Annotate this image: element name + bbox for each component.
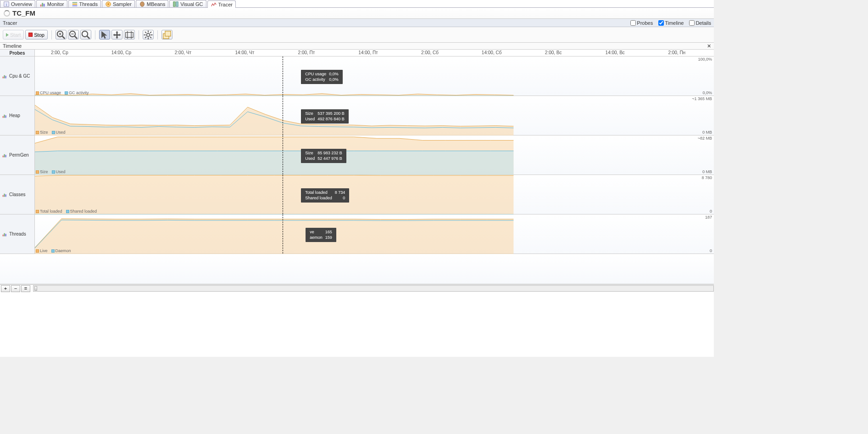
section-name: Tracer bbox=[3, 20, 17, 26]
cursor-line bbox=[283, 135, 283, 175]
tab-monitor[interactable]: Monitor bbox=[36, 0, 67, 7]
timeline-title: Timeline bbox=[3, 43, 22, 49]
zoom-fit-button[interactable] bbox=[80, 30, 91, 39]
track-chart[interactable]: 8 7800Total loadedShared loadedTotal loa… bbox=[35, 175, 714, 214]
tick-label: 2:00, Чт bbox=[175, 50, 191, 55]
svg-rect-49 bbox=[4, 233, 5, 236]
chart-icon bbox=[2, 192, 7, 197]
probe-name: PermGen bbox=[9, 152, 29, 158]
svg-rect-3 bbox=[42, 3, 43, 6]
probe-label[interactable]: Classes bbox=[0, 175, 35, 214]
probe-name: Cpu & GC bbox=[9, 73, 30, 79]
tick-label: 14:00, Пт bbox=[358, 50, 378, 55]
zoom-in-button[interactable] bbox=[56, 30, 67, 39]
check-probes[interactable]: Probes bbox=[630, 20, 653, 26]
timeline-header: Timeline ✕ bbox=[0, 43, 714, 50]
row-remove-button[interactable]: − bbox=[11, 285, 20, 292]
svg-line-21 bbox=[87, 36, 90, 39]
svg-point-20 bbox=[82, 31, 88, 36]
svg-text:i: i bbox=[6, 2, 7, 6]
check-timeline[interactable]: Timeline bbox=[658, 20, 684, 26]
svg-line-32 bbox=[145, 37, 146, 38]
chart-icon bbox=[2, 152, 7, 158]
horizontal-scrollbar[interactable] bbox=[33, 285, 714, 292]
mode-zoom-region-button[interactable] bbox=[124, 30, 135, 39]
legend: SizeUsed bbox=[36, 130, 66, 135]
svg-rect-42 bbox=[3, 155, 4, 157]
start-button[interactable]: Start bbox=[3, 30, 24, 39]
bean-icon bbox=[139, 1, 145, 7]
tick-label: 2:00, Ср bbox=[51, 50, 68, 55]
probe-label[interactable]: Cpu & GC bbox=[0, 56, 35, 96]
y-min-label: 0,0% bbox=[702, 90, 712, 95]
time-axis: 2:00, Ср14:00, Ср2:00, Чт14:00, Чт2:00, … bbox=[35, 50, 714, 56]
probe-name: Heap bbox=[9, 113, 20, 118]
stop-icon bbox=[28, 33, 33, 37]
app-header: TC_FM bbox=[0, 8, 714, 19]
bottom-bar: + − = bbox=[0, 284, 714, 292]
settings-button[interactable] bbox=[143, 30, 154, 39]
y-min-label: 0 bbox=[710, 209, 712, 214]
tab-visual-gc[interactable]: Visual GC bbox=[169, 0, 206, 7]
tab-overview[interactable]: iOverview bbox=[0, 0, 35, 7]
mode-select-button[interactable] bbox=[99, 30, 110, 39]
close-icon[interactable]: ✕ bbox=[707, 43, 711, 49]
tick-label: 14:00, Чт bbox=[235, 50, 255, 55]
svg-rect-40 bbox=[4, 114, 5, 118]
svg-line-33 bbox=[150, 32, 151, 33]
row-reset-button[interactable]: = bbox=[21, 285, 30, 292]
svg-rect-45 bbox=[3, 195, 4, 197]
probe-label[interactable]: Threads bbox=[0, 214, 35, 254]
zoom-out-button[interactable] bbox=[68, 30, 79, 39]
empty-track bbox=[0, 254, 714, 284]
svg-rect-11 bbox=[173, 1, 175, 6]
svg-line-18 bbox=[75, 36, 78, 39]
tab-label: Threads bbox=[79, 1, 98, 7]
track-chart[interactable]: 1870LiveDaemonve165aemon159 bbox=[35, 214, 714, 254]
chart-icon bbox=[2, 231, 7, 237]
tab-tracer[interactable]: Tracer bbox=[207, 0, 236, 8]
probe-name: Threads bbox=[9, 231, 26, 237]
cursor-line bbox=[283, 214, 283, 254]
svg-point-9 bbox=[107, 3, 109, 5]
check-details[interactable]: Details bbox=[689, 20, 711, 26]
toolbar: Start Stop bbox=[0, 27, 714, 43]
checkbox[interactable] bbox=[630, 20, 636, 26]
checkbox[interactable] bbox=[689, 20, 695, 26]
svg-rect-41 bbox=[6, 115, 6, 118]
track-heap: Heap~1 365 MB0 MBSizeUsedSize537 395 200… bbox=[0, 96, 714, 135]
track-chart[interactable]: ~82 MB0 MBSizeUsedSize85 983 232 BUsed52… bbox=[35, 135, 714, 175]
checkbox[interactable] bbox=[658, 20, 664, 26]
tab-label: Sampler bbox=[113, 1, 132, 7]
play-icon bbox=[6, 33, 9, 37]
cursor-line bbox=[283, 175, 283, 214]
tick-label: 2:00, Сб bbox=[421, 50, 439, 55]
tab-label: MBeans bbox=[147, 1, 165, 7]
chart-icon bbox=[39, 1, 46, 7]
tab-threads[interactable]: Threads bbox=[68, 0, 101, 7]
svg-rect-46 bbox=[4, 193, 5, 197]
track-chart[interactable]: 100,0%0,0%CPU usageGC activityCPU usage0… bbox=[35, 56, 714, 96]
svg-rect-2 bbox=[40, 4, 42, 6]
stop-button[interactable]: Stop bbox=[25, 30, 48, 39]
track-chart[interactable]: ~1 365 MB0 MBSizeUsedSize537 395 200 BUs… bbox=[35, 96, 714, 135]
svg-rect-4 bbox=[44, 4, 45, 6]
tab-mbeans[interactable]: MBeans bbox=[136, 0, 168, 7]
probe-label[interactable]: Heap bbox=[0, 96, 35, 135]
check-label: Details bbox=[696, 20, 711, 26]
tab-label: Overview bbox=[11, 1, 32, 7]
chart-icon bbox=[2, 73, 7, 79]
tab-sampler[interactable]: Sampler bbox=[102, 0, 135, 7]
legend: CPU usageGC activity bbox=[36, 90, 89, 95]
mode-pan-button[interactable] bbox=[111, 30, 122, 39]
tick-label: 14:00, Ср bbox=[111, 50, 131, 55]
probe-label[interactable]: PermGen bbox=[0, 135, 35, 175]
svg-rect-12 bbox=[176, 1, 178, 6]
row-add-button[interactable]: + bbox=[1, 285, 10, 292]
svg-line-31 bbox=[150, 37, 151, 38]
track-permgen: PermGen~82 MB0 MBSizeUsedSize85 983 232 … bbox=[0, 135, 714, 175]
export-button[interactable] bbox=[161, 30, 172, 39]
svg-rect-39 bbox=[3, 116, 4, 118]
svg-rect-43 bbox=[4, 154, 5, 157]
y-max-label: 187 bbox=[705, 215, 712, 220]
